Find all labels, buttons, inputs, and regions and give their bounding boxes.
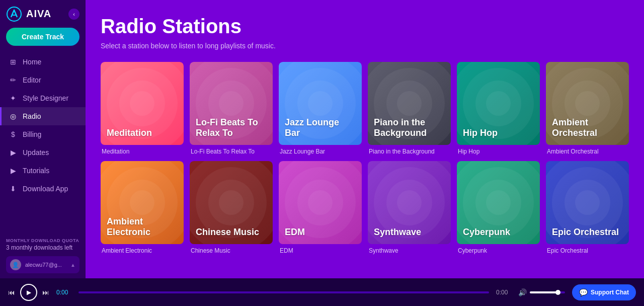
station-card-edm[interactable]: EDM EDM [279, 161, 362, 254]
station-label: Ambient Orchestral [546, 148, 629, 155]
main-layout: AIVA ‹ Create Track ⊞ Home ✏ Editor ✦ St… [0, 0, 644, 278]
logo-area: AIVA [6, 6, 51, 22]
user-bar[interactable]: 👤 alecwu77@g... ▲ [6, 256, 79, 273]
station-card-meditation[interactable]: Meditation Meditation [101, 62, 184, 155]
station-thumbnail: Cyberpunk [457, 161, 540, 244]
stations-grid: Meditation Meditation Lo-Fi Beats To Rel… [101, 62, 629, 254]
station-name-overlay: Synthwave [374, 227, 421, 238]
sidebar-item-label: Updates [23, 148, 49, 157]
station-name-overlay: Piano in the Background [374, 117, 445, 139]
station-card-piano[interactable]: Piano in the Background Piano in the Bac… [368, 62, 451, 155]
billing-icon: $ [9, 130, 18, 139]
station-card-ambient-electronic[interactable]: Ambient Electronic Ambient Electronic [101, 161, 184, 254]
sidebar-item-label: Download App [23, 185, 68, 193]
station-name-overlay: Ambient Orchestral [552, 117, 623, 139]
station-thumbnail: Synthwave [368, 161, 451, 244]
radio-icon: ◎ [9, 112, 18, 121]
sidebar-item-tutorials[interactable]: ▶ Tutorials [0, 162, 86, 180]
station-thumbnail: Epic Orchestral [546, 161, 629, 244]
sidebar-nav: ⊞ Home ✏ Editor ✦ Style Designer ◎ Radio… [0, 53, 86, 198]
station-name-overlay: Chinese Music [196, 227, 259, 238]
station-card-ambient-orchestral[interactable]: Ambient Orchestral Ambient Orchestral [546, 62, 629, 155]
sidebar-item-radio[interactable]: ◎ Radio [0, 107, 86, 125]
create-track-button[interactable]: Create Track [6, 28, 79, 46]
main-content: Radio Stations Select a station below to… [86, 0, 644, 278]
station-label: Cyberpunk [457, 247, 540, 254]
station-label: Lo-Fi Beats To Relax To [190, 148, 273, 155]
station-thumbnail: Ambient Electronic [101, 161, 184, 244]
sidebar: AIVA ‹ Create Track ⊞ Home ✏ Editor ✦ St… [0, 0, 86, 278]
page-title: Radio Stations [101, 15, 629, 38]
volume-slider[interactable] [530, 291, 565, 293]
player-bar: ⏮ ▶ ⏭ 0:00 0:00 🔊 💬 Support Chat [0, 278, 644, 306]
volume-fill [530, 291, 558, 293]
collapse-sidebar-button[interactable]: ‹ [68, 9, 79, 20]
station-card-chinese-music[interactable]: Chinese Music Chinese Music [190, 161, 273, 254]
station-card-hiphop[interactable]: Hip Hop Hip Hop [457, 62, 540, 155]
sidebar-item-download-app[interactable]: ⬇ Download App [0, 180, 86, 198]
support-chat-button[interactable]: 💬 Support Chat [572, 284, 636, 300]
sidebar-item-label: Home [23, 58, 41, 66]
station-thumbnail: Hip Hop [457, 62, 540, 145]
sidebar-item-style-designer[interactable]: ✦ Style Designer [0, 89, 86, 107]
sidebar-item-billing[interactable]: $ Billing [0, 125, 86, 143]
aiva-logo-icon [6, 6, 22, 22]
station-label: Epic Orchestral [546, 247, 629, 254]
station-thumbnail: Jazz Lounge Bar [279, 62, 362, 145]
app-name: AIVA [26, 8, 51, 20]
station-card-lofi[interactable]: Lo-Fi Beats To Relax To Lo-Fi Beats To R… [190, 62, 273, 155]
user-name: alecwu77@g... [25, 262, 66, 268]
volume-area: 🔊 [518, 288, 565, 296]
station-thumbnail: Piano in the Background [368, 62, 451, 145]
updates-icon: ▶ [9, 148, 18, 157]
station-name-overlay: Meditation [107, 128, 152, 139]
page-subtitle: Select a station below to listen to long… [101, 42, 629, 50]
sidebar-item-home[interactable]: ⊞ Home [0, 53, 86, 71]
sidebar-item-label: Tutorials [23, 167, 49, 175]
progress-bar[interactable] [78, 291, 489, 293]
station-name-overlay: Epic Orchestral [552, 227, 619, 238]
station-label: Synthwave [368, 247, 451, 254]
next-button[interactable]: ⏭ [42, 288, 49, 296]
chat-icon: 💬 [579, 288, 588, 296]
sidebar-item-label: Editor [23, 76, 41, 84]
quota-label: MONTHLY DOWNLOAD QUOTA [6, 238, 79, 243]
station-label: Hip Hop [457, 148, 540, 155]
station-label: Jazz Lounge Bar [279, 148, 362, 155]
support-chat-label: Support Chat [591, 289, 629, 296]
station-name-overlay: Hip Hop [463, 128, 498, 139]
station-card-epic-orchestral[interactable]: Epic Orchestral Epic Orchestral [546, 161, 629, 254]
home-icon: ⊞ [9, 57, 18, 66]
tutorials-icon: ▶ [9, 166, 18, 175]
station-label: Ambient Electronic [101, 247, 184, 254]
style-designer-icon: ✦ [9, 94, 18, 103]
station-name-overlay: Ambient Electronic [107, 216, 178, 238]
station-name-overlay: Cyberpunk [463, 227, 510, 238]
sidebar-item-label: Style Designer [23, 94, 68, 102]
station-card-cyberpunk[interactable]: Cyberpunk Cyberpunk [457, 161, 540, 254]
sidebar-item-editor[interactable]: ✏ Editor [0, 71, 86, 89]
volume-icon: 🔊 [518, 288, 527, 296]
sidebar-header: AIVA ‹ [0, 0, 86, 28]
station-card-synthwave[interactable]: Synthwave Synthwave [368, 161, 451, 254]
chevron-up-icon: ▲ [70, 262, 75, 268]
sidebar-item-label: Billing [23, 130, 41, 138]
station-label: EDM [279, 247, 362, 254]
station-label: Chinese Music [190, 247, 273, 254]
station-thumbnail: Lo-Fi Beats To Relax To [190, 62, 273, 145]
sidebar-item-updates[interactable]: ▶ Updates [0, 143, 86, 162]
station-thumbnail: Ambient Orchestral [546, 62, 629, 145]
station-name-overlay: EDM [285, 227, 305, 238]
station-label: Piano in the Background [368, 148, 451, 155]
station-name-overlay: Lo-Fi Beats To Relax To [196, 117, 267, 139]
quota-value: 3 monthly downloads left [6, 244, 79, 251]
play-button[interactable]: ▶ [20, 284, 37, 301]
station-name-overlay: Jazz Lounge Bar [285, 117, 356, 139]
previous-button[interactable]: ⏮ [8, 288, 15, 296]
station-card-jazz[interactable]: Jazz Lounge Bar Jazz Lounge Bar [279, 62, 362, 155]
avatar: 👤 [10, 259, 21, 270]
station-label: Meditation [101, 148, 184, 155]
svg-point-0 [7, 7, 21, 21]
sidebar-bottom: MONTHLY DOWNLOAD QUOTA 3 monthly downloa… [0, 233, 86, 278]
current-time: 0:00 [56, 289, 71, 296]
